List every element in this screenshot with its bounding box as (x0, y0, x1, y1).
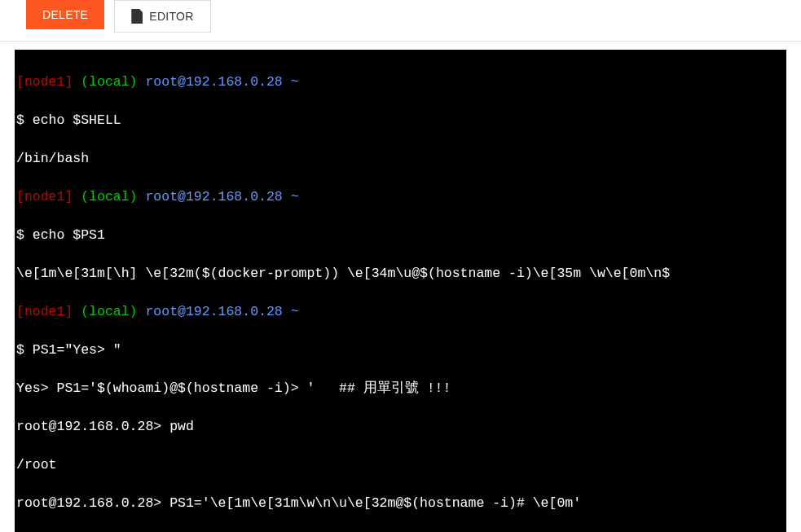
terminal-line: $ PS1="Yes> " (16, 341, 785, 360)
file-icon (131, 9, 143, 24)
editor-button[interactable]: EDITOR (114, 0, 210, 33)
terminal-line: /bin/bash (16, 149, 785, 169)
terminal-line: [node1] (local) root@192.168.0.28 ~ (16, 73, 785, 92)
prompt-node: [node1] (16, 74, 73, 90)
prompt-userhost: root@192.168.0.28 ~ (138, 189, 299, 204)
terminal-line: root@192.168.0.28> PS1='\e[1m\e[31m\w\n\… (16, 494, 785, 513)
terminal-line: $ echo $PS1 (16, 226, 785, 245)
terminal-line: $ echo $SHELL (16, 111, 785, 130)
prompt-local: (local) (73, 304, 137, 319)
terminal-line: root@192.168.0.28> pwd (16, 417, 785, 437)
prompt-userhost: root@192.168.0.28 ~ (138, 74, 299, 90)
toolbar: DELETE EDITOR (0, 0, 801, 42)
prompt-userhost: root@192.168.0.28 ~ (138, 304, 299, 319)
editor-button-label: EDITOR (149, 10, 193, 23)
prompt-node: [node1] (16, 304, 73, 319)
terminal-line: \e[1m\e[31m[\h] \e[32m($(docker-prompt))… (16, 264, 785, 284)
terminal-line: [node1] (local) root@192.168.0.28 ~ (16, 302, 785, 322)
prompt-local: (local) (73, 189, 137, 204)
prompt-local: (local) (73, 74, 137, 90)
prompt-node: [node1] (16, 189, 73, 204)
terminal-line: /root (16, 455, 785, 475)
terminal-line: Yes> PS1='$(whoami)@$(hostname -i)> ' ##… (16, 379, 785, 398)
delete-button[interactable]: DELETE (26, 0, 104, 29)
delete-button-label: DELETE (42, 8, 88, 21)
terminal[interactable]: [node1] (local) root@192.168.0.28 ~ $ ec… (15, 50, 786, 532)
terminal-line: [node1] (local) root@192.168.0.28 ~ (16, 187, 785, 207)
